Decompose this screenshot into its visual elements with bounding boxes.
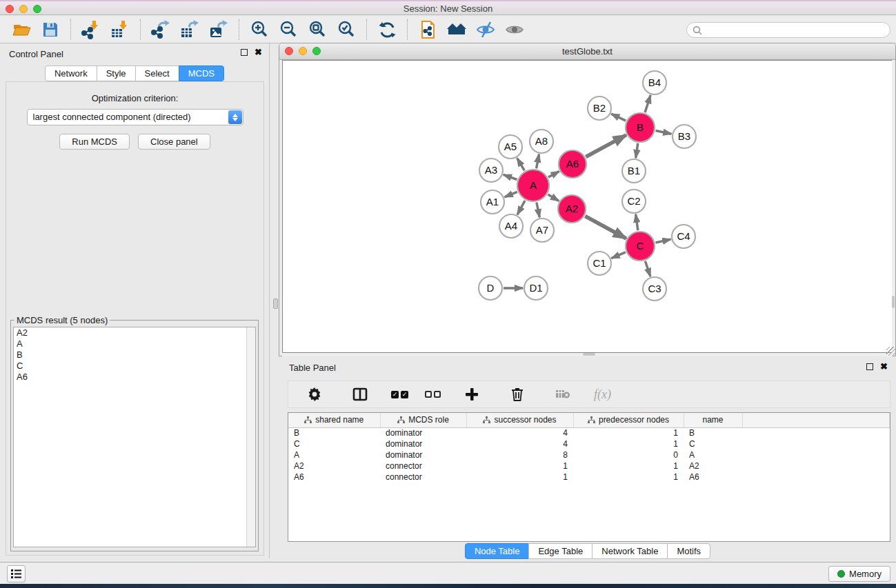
home-icon[interactable]: [446, 19, 467, 40]
export-image-icon[interactable]: [208, 19, 229, 40]
table-cell[interactable]: B: [684, 427, 742, 438]
graph-node-C1[interactable]: C1: [588, 252, 611, 275]
zoom-fit-icon[interactable]: [307, 19, 328, 40]
graph-edge[interactable]: [586, 135, 626, 157]
delete-columns-icon[interactable]: [507, 384, 528, 405]
table-row[interactable]: Bdominator41B: [288, 427, 890, 438]
table-cell[interactable]: dominator: [380, 438, 466, 449]
graph-edge[interactable]: [504, 174, 517, 179]
result-item[interactable]: A: [14, 338, 255, 349]
graph-edge[interactable]: [645, 261, 650, 276]
graph-node-A7[interactable]: A7: [530, 219, 554, 242]
result-item[interactable]: A6: [14, 372, 255, 383]
splitpane-divider-handle[interactable]: [273, 298, 278, 309]
import-network-icon[interactable]: [81, 19, 101, 40]
graph-node-B1[interactable]: B1: [622, 159, 646, 183]
table-cell[interactable]: C: [288, 438, 380, 449]
delete-table-icon[interactable]: [552, 384, 573, 405]
close-table-panel-icon[interactable]: ✖: [880, 363, 888, 370]
optimization-select[interactable]: largest connected component (directed): [27, 109, 243, 125]
table-cell[interactable]: A: [684, 449, 742, 460]
column-header-name[interactable]: name: [684, 413, 742, 427]
memory-button[interactable]: Memory: [828, 566, 890, 582]
graph-node-A5[interactable]: A5: [499, 135, 522, 159]
graph-edge[interactable]: [611, 114, 626, 121]
graph-node-B3[interactable]: B3: [673, 125, 696, 148]
tab-select[interactable]: Select: [135, 65, 179, 81]
table-cell[interactable]: [742, 460, 890, 472]
float-table-panel-icon[interactable]: [866, 363, 873, 370]
column-header-shared-name[interactable]: shared name: [288, 413, 380, 427]
table-cell[interactable]: A6: [288, 472, 380, 483]
table-cell[interactable]: 8: [466, 449, 573, 460]
table-cell[interactable]: 1: [573, 427, 684, 438]
table-cell[interactable]: A6: [684, 472, 742, 483]
table-row[interactable]: A2connector11A2: [288, 460, 890, 472]
column-header-successor-nodes[interactable]: successor nodes: [466, 413, 573, 427]
table-cell[interactable]: A: [288, 449, 380, 460]
graph-edge[interactable]: [656, 131, 672, 134]
table-cell[interactable]: connector: [380, 472, 466, 483]
table-cell[interactable]: 1: [573, 460, 684, 472]
result-scrollbar[interactable]: [246, 327, 255, 547]
select-all-checkboxes-icon[interactable]: ✓✓: [391, 391, 408, 398]
table-cell[interactable]: [742, 438, 890, 449]
tab-style[interactable]: Style: [97, 65, 136, 81]
graph-node-A2[interactable]: A2: [558, 195, 586, 223]
unselect-all-checkboxes-icon[interactable]: [425, 391, 441, 398]
graph-node-B2[interactable]: B2: [588, 97, 611, 120]
close-panel-button[interactable]: Close panel: [138, 134, 210, 150]
run-mcds-button[interactable]: Run MCDS: [59, 134, 130, 150]
add-column-icon[interactable]: [461, 384, 482, 405]
graph-node-C3[interactable]: C3: [643, 277, 666, 301]
graph-node-A8[interactable]: A8: [530, 130, 553, 153]
tab-network-table[interactable]: Network Table: [592, 543, 668, 559]
graph-node-A[interactable]: A: [517, 170, 549, 201]
graph-edge[interactable]: [505, 192, 517, 196]
graph-node-A1[interactable]: A1: [481, 190, 504, 214]
table-row[interactable]: Adominator80A: [288, 449, 890, 460]
network-vscrollbar[interactable]: [892, 60, 895, 353]
window-resize-handle[interactable]: [886, 347, 895, 356]
column-header-mcds-role[interactable]: MCDS role: [380, 413, 466, 427]
export-network-icon[interactable]: [150, 19, 171, 40]
table-cell[interactable]: A2: [684, 460, 742, 472]
tab-network[interactable]: Network: [45, 65, 97, 81]
table-row[interactable]: A6connector11A6: [288, 472, 890, 483]
table-cell[interactable]: B: [288, 427, 380, 438]
task-history-button[interactable]: [7, 565, 26, 582]
table-cell[interactable]: C: [684, 438, 742, 449]
graph-node-A6[interactable]: A6: [559, 150, 586, 178]
graph-node-A4[interactable]: A4: [499, 214, 523, 238]
save-session-icon[interactable]: [40, 19, 61, 40]
open-session-icon[interactable]: [11, 19, 32, 40]
graph-edge[interactable]: [585, 216, 626, 239]
tab-node-table[interactable]: Node Table: [465, 543, 530, 559]
zoom-selected-icon[interactable]: [336, 19, 357, 40]
network-canvas[interactable]: AA1A2A3A4A5A6A7A8BB1B2B3B4CC1C2C3C4DD1: [282, 60, 893, 353]
result-item[interactable]: A2: [14, 327, 255, 338]
float-panel-icon[interactable]: [241, 49, 248, 56]
graph-edge[interactable]: [537, 154, 539, 169]
import-table-icon[interactable]: [110, 19, 130, 40]
network-file-icon[interactable]: [417, 19, 438, 40]
graph-node-B4[interactable]: B4: [643, 71, 666, 94]
mcds-result-list[interactable]: A2ABCA6: [13, 327, 256, 547]
zoom-in-icon[interactable]: [249, 19, 270, 40]
graph-node-C[interactable]: C: [626, 232, 655, 261]
table-cell[interactable]: 0: [573, 449, 684, 460]
tab-edge-table[interactable]: Edge Table: [528, 543, 593, 559]
graph-edge[interactable]: [645, 95, 650, 112]
zoom-out-icon[interactable]: [278, 19, 299, 40]
table-cell[interactable]: [742, 472, 890, 483]
refresh-layout-icon[interactable]: [377, 19, 397, 40]
close-panel-icon[interactable]: ✖: [255, 49, 262, 56]
result-item[interactable]: B: [14, 349, 255, 361]
graph-edge[interactable]: [548, 194, 559, 201]
graph-edge[interactable]: [636, 143, 638, 158]
graph-node-C2[interactable]: C2: [622, 190, 646, 213]
graph-node-D1[interactable]: D1: [524, 276, 548, 300]
function-builder-icon[interactable]: f(x): [594, 387, 611, 402]
tab-motifs[interactable]: Motifs: [667, 543, 710, 559]
table-cell[interactable]: [742, 427, 890, 438]
